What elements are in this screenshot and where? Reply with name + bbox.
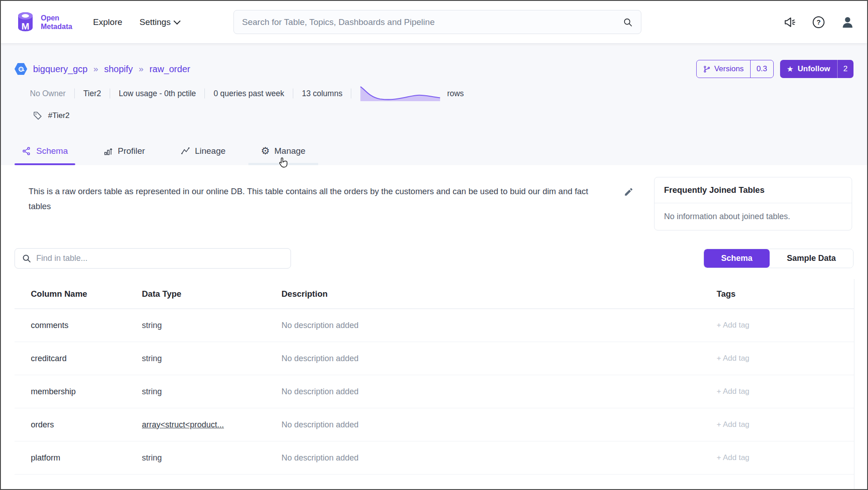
tier-label: Tier2 — [83, 89, 101, 98]
table-row: comments string No description added + A… — [15, 309, 854, 342]
rows-sparkline-chart — [360, 85, 441, 102]
description-cell: No description added — [281, 420, 712, 430]
table-description: This is a raw orders table as represente… — [29, 184, 609, 214]
openmetadata-logo-icon: M — [15, 11, 36, 33]
header-description: Description — [281, 289, 712, 299]
table-row: membership string No description added +… — [15, 375, 854, 408]
global-search[interactable] — [233, 10, 641, 34]
help-icon[interactable]: ? — [812, 15, 825, 29]
table-header-row: Column Name Data Type Description Tags — [15, 279, 854, 309]
tag-icon — [33, 111, 43, 121]
openmetadata-logo[interactable]: M Open Metadata — [15, 11, 72, 33]
star-icon: ★ — [787, 65, 794, 73]
columns-count-label: 13 columns — [302, 89, 343, 98]
toggle-schema-button[interactable]: Schema — [704, 249, 770, 268]
tag-row: #Tier2 — [33, 109, 70, 122]
global-search-input[interactable] — [242, 17, 623, 27]
breadcrumb: bigquery_gcp » shopify » raw_order — [15, 63, 190, 75]
queries-label: 0 queries past week — [213, 89, 284, 98]
entity-actions: Versions 0.3 ★ Unfollow 2 — [696, 60, 853, 78]
header-tags: Tags — [712, 289, 854, 299]
add-tag-button[interactable]: + Add tag — [712, 321, 854, 330]
data-type-expand-link[interactable]: array<struct<product... — [142, 420, 281, 430]
nav-explore[interactable]: Explore — [93, 17, 122, 27]
edit-description-icon[interactable] — [624, 187, 634, 197]
table-row: orders array<struct<product... No descri… — [15, 408, 854, 441]
breadcrumb-separator: » — [139, 64, 144, 74]
table-meta-row: No Owner Tier2 Low usage - 0th pctile 0 … — [30, 83, 464, 103]
owner-label: No Owner — [30, 89, 66, 98]
description-cell: No description added — [281, 387, 712, 397]
add-tag-button[interactable]: + Add tag — [712, 387, 854, 396]
find-in-table-input[interactable] — [36, 254, 284, 263]
profiler-icon — [103, 146, 113, 156]
rows-label: rows — [447, 89, 464, 98]
version-number: 0.3 — [750, 60, 773, 78]
header-column-name: Column Name — [15, 289, 142, 299]
joined-tables-title: Frequently Joined Tables — [655, 177, 852, 203]
svg-text:M: M — [21, 21, 29, 31]
column-name-cell: orders — [15, 420, 142, 430]
breadcrumb-separator: » — [93, 64, 98, 74]
follower-count[interactable]: 2 — [837, 60, 853, 78]
tab-schema[interactable]: Schema — [15, 137, 75, 165]
bigquery-service-icon — [15, 63, 27, 75]
table-row: platform string No description added + A… — [15, 441, 854, 475]
nav-settings[interactable]: Settings — [140, 17, 179, 27]
app-window: M Open Metadata Explore Settings — [0, 0, 868, 490]
schema-tab-panel: This is a raw orders table as represente… — [1, 165, 867, 489]
column-name-cell: comments — [15, 321, 142, 330]
avatar-icon — [841, 15, 854, 29]
joined-tables-empty-message: No information about joined tables. — [655, 203, 852, 230]
usage-label: Low usage - 0th pctile — [119, 89, 196, 98]
column-name-cell: platform — [15, 453, 142, 463]
data-type-cell: string — [142, 387, 281, 397]
schema-icon — [22, 146, 32, 156]
toggle-sample-data-button[interactable]: Sample Data — [770, 249, 853, 268]
frequently-joined-tables-card: Frequently Joined Tables No information … — [654, 177, 852, 230]
add-tag-button[interactable]: + Add tag — [712, 354, 854, 363]
description-cell: No description added — [281, 354, 712, 363]
main-nav: Explore Settings — [93, 17, 179, 27]
search-icon[interactable] — [623, 17, 633, 27]
tier-tag[interactable]: #Tier2 — [48, 111, 70, 120]
description-cell: No description added — [281, 453, 712, 463]
search-icon — [22, 254, 31, 263]
unfollow-button[interactable]: ★ Unfollow 2 — [780, 60, 853, 78]
version-branch-icon — [703, 65, 711, 73]
add-tag-button[interactable]: + Add tag — [712, 453, 854, 462]
add-tag-button[interactable]: + Add tag — [712, 420, 854, 429]
breadcrumb-service[interactable]: bigquery_gcp — [33, 64, 87, 74]
logo-text: Open Metadata — [41, 14, 72, 31]
tab-profiler[interactable]: Profiler — [96, 137, 152, 165]
data-type-cell: string — [142, 453, 281, 463]
header-data-type: Data Type — [142, 289, 281, 299]
announcements-icon[interactable] — [783, 15, 796, 29]
breadcrumb-row: bigquery_gcp » shopify » raw_order Versi… — [15, 59, 853, 79]
table-row: creditcard string No description added +… — [15, 342, 854, 375]
find-in-table[interactable] — [15, 248, 291, 269]
topbar-icon-group: ? — [783, 1, 854, 43]
schema-table: Column Name Data Type Description Tags c… — [15, 279, 854, 490]
schema-sampledata-toggle: Schema Sample Data — [703, 249, 853, 268]
entity-tabs: Schema Profiler Lineage ⚙ Manage — [15, 137, 853, 165]
chevron-down-icon — [174, 18, 181, 25]
versions-button[interactable]: Versions 0.3 — [696, 60, 774, 78]
gear-icon: ⚙ — [261, 146, 270, 156]
top-navigation-bar: M Open Metadata Explore Settings — [1, 1, 867, 43]
column-name-cell: creditcard — [15, 354, 142, 363]
breadcrumb-database[interactable]: shopify — [104, 64, 133, 74]
user-avatar[interactable] — [841, 15, 854, 29]
tab-lineage[interactable]: Lineage — [173, 137, 233, 165]
mouse-cursor-hand — [277, 157, 290, 169]
lineage-icon — [180, 146, 190, 156]
data-type-cell: string — [142, 354, 281, 363]
description-cell: No description added — [281, 321, 712, 330]
breadcrumb-table[interactable]: raw_order — [150, 64, 190, 74]
data-type-cell: string — [142, 321, 281, 330]
column-name-cell: membership — [15, 387, 142, 397]
